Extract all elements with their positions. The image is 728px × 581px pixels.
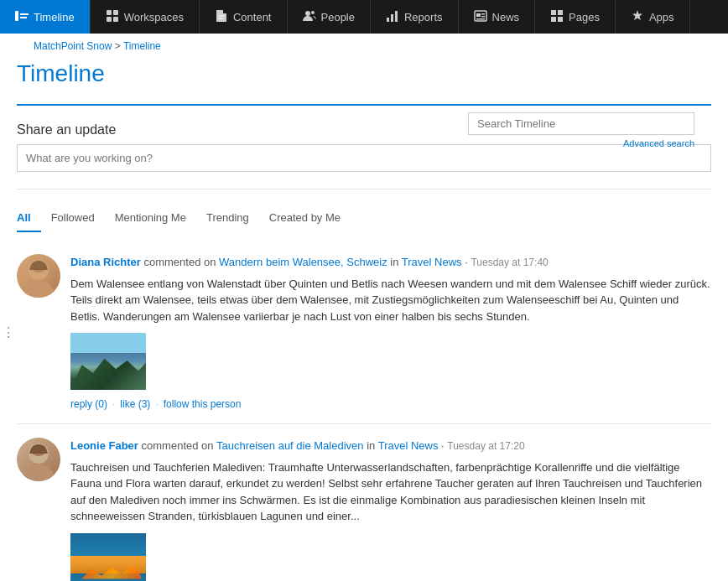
nav-item-content[interactable]: Content: [200, 0, 288, 34]
post-image: [70, 533, 146, 582]
nav-item-workspaces[interactable]: Workspaces: [91, 0, 200, 34]
svg-point-24: [22, 464, 55, 481]
post-text: Dem Walensee entlang von Walenstadt über…: [70, 276, 711, 325]
post-time: Tuesday at 17:20: [447, 440, 524, 452]
tab-trending[interactable]: Trending: [196, 208, 259, 232]
nav-item-people[interactable]: People: [288, 0, 371, 34]
post-header: Leonie Faber commented on Tauchreisen au…: [70, 438, 711, 454]
svg-rect-1: [20, 13, 29, 15]
svg-rect-15: [481, 16, 485, 18]
svg-point-8: [311, 11, 315, 14]
main-content: MatchPoint Snow > Timeline Timeline Adva…: [0, 34, 728, 581]
tab-all[interactable]: All: [17, 208, 41, 232]
post-author[interactable]: Leonie Faber: [70, 439, 138, 452]
svg-rect-11: [395, 11, 398, 22]
post-action: commented on: [142, 439, 216, 452]
avatar: [17, 254, 60, 298]
svg-rect-10: [391, 14, 393, 22]
tab-created-by-me-label: Created by Me: [269, 211, 341, 224]
breadcrumb-parent: MatchPoint Snow: [34, 40, 115, 52]
post-time: Tuesday at 17:40: [471, 257, 548, 268]
news-icon: [474, 9, 487, 25]
post-item: Leonie Faber commented on Tauchreisen au…: [17, 424, 711, 581]
svg-rect-16: [476, 18, 485, 20]
svg-rect-5: [107, 17, 112, 22]
nav-item-pages[interactable]: Pages: [535, 0, 616, 34]
post-tag[interactable]: Travel News: [402, 256, 462, 268]
post-text: Tauchreisen und Tauchferien Malediven: T…: [70, 459, 711, 525]
svg-rect-13: [476, 13, 481, 17]
advanced-search-link[interactable]: Advanced search: [623, 138, 694, 148]
pages-icon: [550, 9, 564, 25]
fish-decoration: [75, 552, 142, 582]
mountain-decoration: [70, 348, 146, 390]
post-action: commented on: [143, 256, 219, 268]
nav-item-timeline[interactable]: Timeline: [0, 0, 91, 34]
svg-rect-14: [481, 13, 485, 15]
search-area: Advanced search: [468, 112, 694, 148]
svg-rect-17: [551, 10, 556, 15]
posts-section: ⋮ Diana Richter: [17, 232, 711, 581]
nav-item-reports[interactable]: Reports: [371, 0, 459, 34]
apps-icon: [631, 9, 644, 25]
ocean-image: [70, 533, 146, 582]
reply-link[interactable]: reply (0): [70, 398, 107, 410]
workspaces-icon: [106, 9, 119, 25]
post-tag-prefix: in: [390, 256, 402, 268]
post-article-link[interactable]: Wandern beim Walensee, Schweiz: [219, 256, 387, 268]
content-icon: [215, 9, 228, 25]
share-divider: [17, 189, 711, 189]
post-author[interactable]: Diana Richter: [70, 256, 141, 268]
breadcrumb-separator: >: [115, 40, 121, 52]
drag-handle[interactable]: ⋮: [2, 324, 15, 340]
post-content: Leonie Faber commented on Tauchreisen au…: [70, 438, 711, 581]
follow-link[interactable]: follow this person: [164, 398, 242, 410]
nav-label-content: Content: [233, 11, 272, 23]
svg-rect-3: [107, 10, 112, 15]
tab-all-label: All: [17, 211, 31, 224]
lake-image: [70, 333, 146, 390]
svg-rect-19: [551, 17, 556, 22]
post-header: Diana Richter commented on Wandern beim …: [70, 254, 711, 271]
tabs-section: All Followed Mentioning Me Trending Crea…: [17, 198, 711, 232]
avatar: [17, 438, 60, 481]
nav-label-news: News: [492, 11, 520, 23]
svg-point-21: [22, 281, 55, 298]
nav-item-news[interactable]: News: [459, 0, 536, 34]
svg-rect-9: [387, 18, 389, 22]
search-input[interactable]: [468, 112, 694, 135]
breadcrumb-parent-link[interactable]: MatchPoint Snow: [34, 40, 112, 52]
tab-mentioning-me-label: Mentioning Me: [115, 211, 186, 224]
svg-rect-0: [15, 11, 18, 21]
timeline-icon: [15, 9, 29, 25]
like-link[interactable]: like (3): [120, 398, 150, 410]
post-image: [70, 333, 146, 390]
svg-rect-18: [558, 10, 563, 15]
title-divider: [17, 104, 711, 106]
post-actions: reply (0) · like (3) · follow this perso…: [70, 398, 711, 410]
nav-label-timeline: Timeline: [34, 11, 75, 23]
post-tag-prefix: in: [367, 439, 378, 452]
nav-label-workspaces: Workspaces: [124, 11, 184, 23]
nav-item-apps[interactable]: Apps: [616, 0, 690, 34]
people-icon: [303, 9, 316, 25]
svg-rect-4: [113, 10, 118, 15]
svg-point-7: [305, 11, 310, 16]
reports-icon: [386, 9, 399, 25]
breadcrumb: MatchPoint Snow > Timeline: [17, 34, 711, 55]
nav-label-people: People: [321, 11, 355, 23]
page-title: Timeline: [17, 55, 711, 96]
tab-followed-label: Followed: [51, 211, 95, 224]
tab-trending-label: Trending: [206, 211, 249, 224]
navigation-bar: Timeline Workspaces Content: [0, 0, 728, 34]
nav-label-reports: Reports: [404, 11, 443, 23]
post-content: Diana Richter commented on Wandern beim …: [70, 254, 711, 410]
breadcrumb-current-link[interactable]: Timeline: [123, 40, 161, 52]
tab-mentioning-me[interactable]: Mentioning Me: [105, 208, 196, 232]
tab-created-by-me[interactable]: Created by Me: [259, 208, 351, 232]
post-tag[interactable]: Travel News: [378, 439, 439, 452]
avatar-image-leonie: [17, 438, 60, 481]
tab-followed[interactable]: Followed: [41, 208, 105, 232]
svg-rect-2: [20, 17, 27, 18]
post-article-link[interactable]: Tauchreisen auf die Malediven: [216, 439, 364, 452]
